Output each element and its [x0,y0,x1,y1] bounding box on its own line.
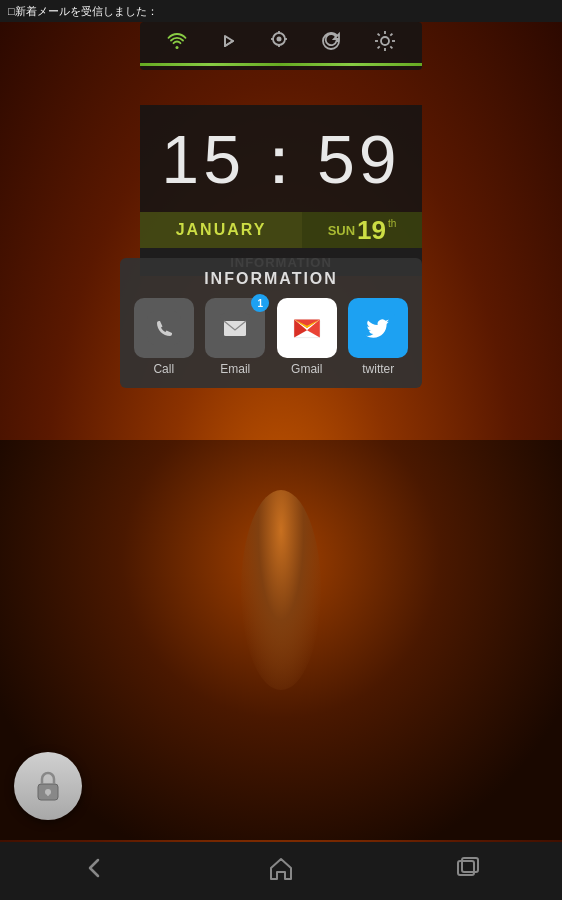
location-icon[interactable] [270,30,288,57]
svg-line-13 [390,34,392,36]
info-panel-title: INFORMATION [120,258,422,298]
twitter-app-item[interactable]: twitter [348,298,408,376]
svg-rect-28 [47,792,49,796]
qs-green-bar [140,63,422,66]
clock-time: 15：59 [140,105,422,212]
status-bar: □新着メールを受信しました： [0,0,562,22]
home-button[interactable] [267,854,295,888]
gmail-icon-wrap [277,298,337,358]
email-label: Email [220,362,250,376]
clock-month: JANUARY [140,212,302,248]
water-reflection [0,440,562,840]
lock-button[interactable] [14,752,82,820]
svg-point-1 [277,37,282,42]
lock-icon [30,768,66,804]
svg-line-11 [378,34,380,36]
sync-icon[interactable] [320,30,342,57]
quick-settings-icons [140,28,422,59]
clock-day-block: SUN 19 th [302,212,422,248]
twitter-icon [359,311,397,345]
email-icon [216,313,254,343]
nav-bar [0,842,562,900]
info-panel-apps: Call 1 Email [120,298,422,376]
call-icon [147,311,181,345]
email-app-item[interactable]: 1 Email [205,298,265,376]
clock-day-suffix: th [388,218,396,229]
info-panel: INFORMATION Call 1 Email [120,258,422,388]
wifi-icon[interactable] [166,32,188,55]
clock-widget: 15：59 JANUARY SUN 19 th INFORMATION [140,105,422,276]
gmail-icon [286,312,328,344]
call-label: Call [153,362,174,376]
call-app-item[interactable]: Call [134,298,194,376]
brightness-icon[interactable] [374,30,396,57]
clock-day-num: 19 [357,215,386,246]
clock-day-name: SUN [328,223,355,238]
email-badge: 1 [251,294,269,312]
status-bar-notification: □新着メールを受信しました： [8,4,158,19]
back-button[interactable] [80,854,108,888]
bluetooth-icon[interactable] [220,30,238,57]
svg-line-14 [378,46,380,48]
clock-date-row: JANUARY SUN 19 th [140,212,422,248]
twitter-icon-wrap [348,298,408,358]
svg-point-6 [381,37,389,45]
email-icon-wrap: 1 [205,298,265,358]
svg-rect-15 [147,311,181,345]
svg-line-12 [390,46,392,48]
call-icon-wrap [134,298,194,358]
recent-button[interactable] [454,854,482,888]
quick-settings-widget [140,22,422,70]
gmail-label: Gmail [291,362,322,376]
gmail-app-item[interactable]: Gmail [277,298,337,376]
twitter-label: twitter [362,362,394,376]
